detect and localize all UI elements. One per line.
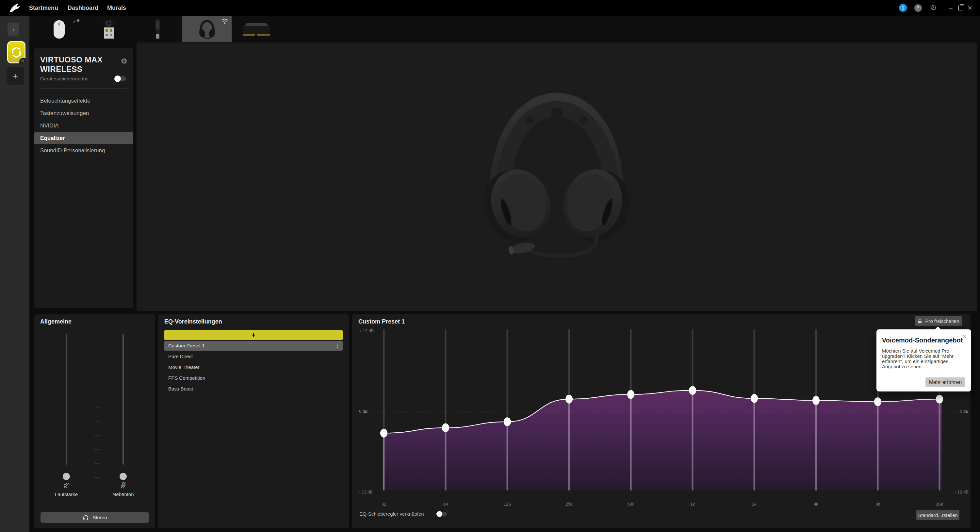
eq-freq-label: 16k xyxy=(936,502,943,507)
memory-mode-toggle[interactable] xyxy=(115,76,126,81)
eq-band-handle[interactable] xyxy=(936,395,943,404)
slider-scale xyxy=(94,336,100,491)
minimize-button[interactable]: – xyxy=(947,0,955,16)
profile-rail: › ⌂ + xyxy=(0,16,29,532)
eq-band-handle[interactable] xyxy=(442,424,449,432)
active-profile-tile[interactable]: ⌂ xyxy=(7,41,25,64)
sidebar-item-equalizer[interactable]: Equalizer xyxy=(34,132,133,144)
eq-freq-label: 2k xyxy=(752,502,757,507)
plus-icon: + xyxy=(13,71,18,81)
notification-count: 1 xyxy=(899,4,907,12)
link-sliders-row: EQ-Schieberegler verknüpfen xyxy=(360,511,447,517)
eq-axis-label: + 12 dB xyxy=(359,328,374,333)
eq-freq-label: 250 xyxy=(565,502,573,507)
preset-row-movie-theater[interactable]: Movie Theater xyxy=(164,362,343,372)
restore-icon xyxy=(958,6,963,10)
popup-body-text: Möchten Sie auf Voicemod Pro upgraden? K… xyxy=(882,348,964,369)
chevron-right-icon: › xyxy=(13,25,15,33)
stereo-mode-button[interactable]: Stereo xyxy=(40,512,149,523)
learn-more-button[interactable]: Mehr erfahren xyxy=(926,377,965,387)
home-icon: ⌂ xyxy=(19,58,26,64)
panel-title: EQ-Voreinstellungen xyxy=(164,318,222,325)
eq-freq-label: 1k xyxy=(690,502,695,507)
usb-stick-icon xyxy=(155,18,161,40)
headset-product-image xyxy=(465,77,648,279)
device-tab-memory[interactable] xyxy=(232,16,281,42)
corsair-logo-icon xyxy=(9,3,20,13)
eq-band-handle[interactable] xyxy=(689,386,696,395)
link-sliders-toggle[interactable] xyxy=(437,512,447,516)
notification-badge[interactable]: 1 xyxy=(899,0,907,16)
device-tab-mouse[interactable] xyxy=(34,16,84,42)
memory-mode-label: Gerätespeichermodus xyxy=(40,76,89,81)
device-tab-usb-stick[interactable] xyxy=(133,16,182,42)
profile-hexagon-icon xyxy=(11,47,22,58)
preset-kebab-icon[interactable]: ⋮ xyxy=(335,341,340,350)
add-preset-button[interactable]: + xyxy=(164,330,343,340)
device-tab-wireless-dongle[interactable] xyxy=(84,16,133,42)
add-profile-button[interactable]: + xyxy=(6,67,24,85)
general-audio-panel: Allgemeine Lautstärke Nebenton xyxy=(34,314,155,529)
restore-defaults-button[interactable]: Standard...rstellen xyxy=(916,510,959,520)
eq-axis-label: 0 dB xyxy=(359,409,368,414)
link-sliders-label: EQ-Schieberegler verknüpfen xyxy=(360,511,424,517)
eq-freq-label: 8k xyxy=(875,502,880,507)
eq-band-handle[interactable] xyxy=(380,429,387,438)
sidebar-item-lighting[interactable]: Beleuchtungseffekte xyxy=(34,95,133,107)
device-preview-panel xyxy=(137,43,977,311)
mic-muted-icon xyxy=(119,482,127,489)
headset-icon xyxy=(198,19,216,39)
preset-row-bass-boost[interactable]: Bass Boost xyxy=(164,384,343,394)
eq-band-handle[interactable] xyxy=(813,396,819,405)
eq-band-handle[interactable] xyxy=(627,390,635,399)
wireless-signal-icon xyxy=(221,18,229,25)
plus-icon: + xyxy=(251,331,256,339)
preset-row-custom-1[interactable]: Custom Preset 1 ⋮ xyxy=(164,341,343,350)
minimize-icon: – xyxy=(949,4,952,12)
help-button[interactable]: ? xyxy=(914,0,922,16)
icue-window: Startmenü Dashboard Murals 1 ? ⚙ – × › xyxy=(0,0,980,532)
eq-freq-label: 125 xyxy=(504,502,511,507)
restore-button[interactable] xyxy=(956,0,965,16)
eq-freq-label: 4k xyxy=(814,502,818,507)
eq-band-handle[interactable] xyxy=(565,395,573,404)
gear-icon: ⚙ xyxy=(930,3,937,12)
sidebar-item-nvidia[interactable]: NVIDIA xyxy=(34,120,133,132)
device-settings-panel: VIRTUOSO MAX WIRELESS ⚙ Gerätespeichermo… xyxy=(34,48,133,308)
eq-band-handle[interactable] xyxy=(874,397,881,406)
eq-band-handle[interactable] xyxy=(751,394,758,403)
popup-title: Voicemod-Sonderangebot xyxy=(882,336,963,344)
popup-close-icon[interactable]: × xyxy=(963,334,967,340)
sidebar-item-keys[interactable]: Tastenzuweisungen xyxy=(34,108,133,119)
eq-presets-panel: EQ-Voreinstellungen + Custom Preset 1 ⋮ … xyxy=(158,314,349,529)
device-name: VIRTUOSO MAX WIRELESS xyxy=(40,55,110,74)
preset-row-pure-direct[interactable]: Pure Direct xyxy=(164,352,343,362)
close-icon: × xyxy=(967,3,972,13)
eq-axis-label: - 12 dB xyxy=(955,489,969,494)
close-button[interactable]: × xyxy=(966,0,974,16)
eq-band-handle[interactable] xyxy=(504,417,511,426)
device-gear-icon[interactable]: ⚙ xyxy=(121,57,127,66)
device-tab-strip xyxy=(29,16,980,42)
expand-rail-button[interactable]: › xyxy=(8,22,19,36)
eq-axis-label: 0 dB xyxy=(960,409,969,414)
volume-label: Lautstärke xyxy=(47,492,86,497)
menu-startmenu[interactable]: Startmenü xyxy=(29,0,58,16)
help-icon: ? xyxy=(914,4,922,12)
volume-slider-handle[interactable] xyxy=(63,473,70,480)
sidetone-slider-track[interactable] xyxy=(123,334,124,465)
sidetone-slider-handle[interactable] xyxy=(119,473,127,480)
voicemod-offer-popup: Voicemod-Sonderangebot × Möchten Sie auf… xyxy=(877,330,971,392)
sidebar-item-soundid[interactable]: SoundID-Personalisierung xyxy=(34,145,133,156)
preset-row-fps-competition[interactable]: FPS Competition xyxy=(164,373,343,383)
memory-module-icon xyxy=(241,23,272,37)
device-tab-headset[interactable] xyxy=(182,16,232,42)
settings-button[interactable]: ⚙ xyxy=(929,0,938,16)
headphones-icon xyxy=(82,514,89,521)
volume-slider-track[interactable] xyxy=(66,334,67,465)
menu-murals[interactable]: Murals xyxy=(107,0,126,16)
eq-freq-label: 500 xyxy=(627,502,635,507)
divider xyxy=(40,88,127,89)
wired-connection-icon xyxy=(73,18,80,25)
menu-dashboard[interactable]: Dashboard xyxy=(68,0,98,16)
